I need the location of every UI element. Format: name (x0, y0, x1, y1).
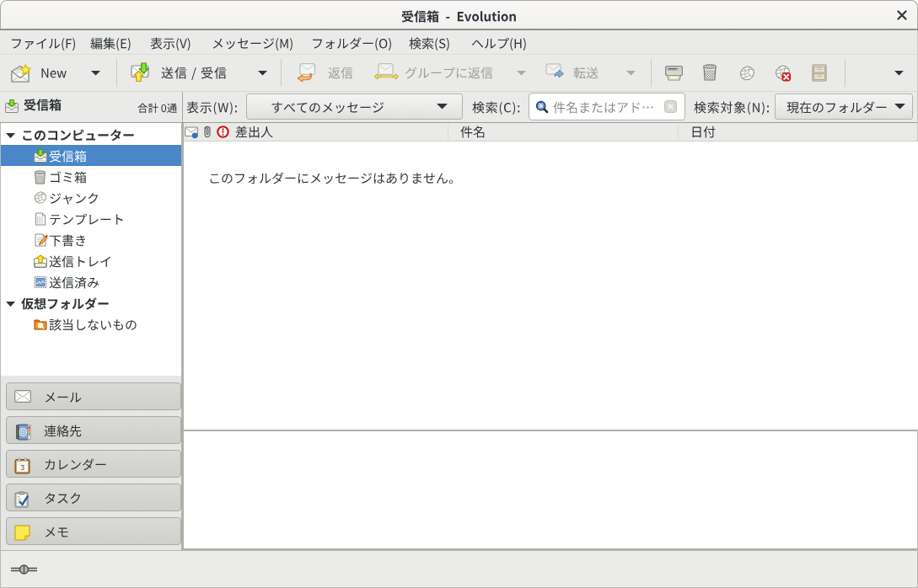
svg-text:3: 3 (20, 463, 24, 472)
